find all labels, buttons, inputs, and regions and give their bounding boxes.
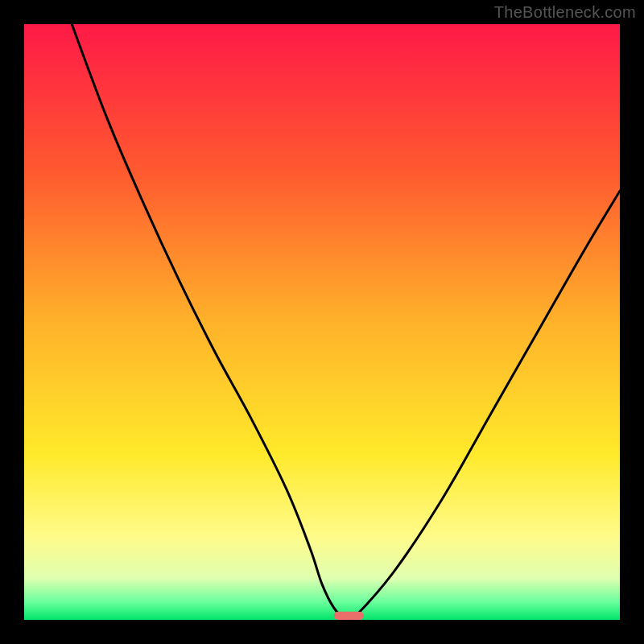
- chart-svg: [24, 24, 620, 620]
- watermark-text: TheBottleneck.com: [494, 3, 636, 22]
- gradient-background: [24, 24, 620, 620]
- plot-area: [24, 24, 620, 620]
- chart-frame: TheBottleneck.com: [0, 0, 644, 644]
- optimal-range-marker: [334, 612, 364, 620]
